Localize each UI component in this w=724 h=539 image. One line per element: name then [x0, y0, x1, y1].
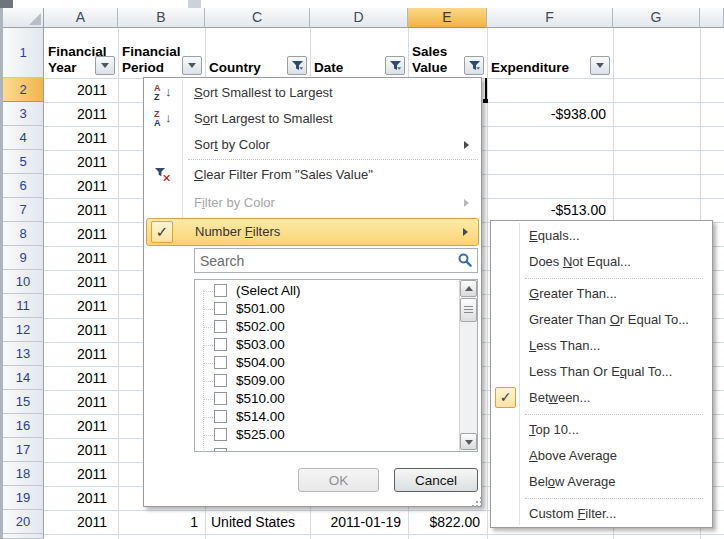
row-header-4[interactable]: 4: [3, 126, 44, 150]
menu-item-clear-filter-from-sales-value[interactable]: ✕Clear Filter From "Sales Value": [146, 162, 479, 188]
cell-D20[interactable]: 2011-01-19: [310, 510, 407, 534]
cancel-button[interactable]: Cancel: [394, 468, 478, 492]
row-header-partial[interactable]: [3, 534, 44, 539]
filter-value-item[interactable]: $503.00: [195, 336, 455, 354]
row-header-14[interactable]: 14: [3, 366, 44, 390]
row-header-20[interactable]: 20: [3, 510, 44, 534]
row-header-12[interactable]: 12: [3, 318, 44, 342]
checkbox[interactable]: [214, 374, 227, 387]
submenu-item-less-than-or-equal-to[interactable]: Less Than Or Equal To...: [493, 359, 710, 385]
column-header-G[interactable]: G: [613, 8, 700, 28]
cell-B20[interactable]: 1: [118, 510, 204, 534]
checkbox[interactable]: [214, 392, 227, 405]
row-header-13[interactable]: 13: [3, 342, 44, 366]
row-header-17[interactable]: 17: [3, 438, 44, 462]
row-header-15[interactable]: 15: [3, 390, 44, 414]
checkbox[interactable]: [214, 302, 227, 315]
submenu-item-above-average[interactable]: Above Average: [493, 443, 710, 469]
active-cell-fill-handle[interactable]: [483, 99, 488, 103]
menu-item-number-filters[interactable]: ✓Number Filters: [146, 218, 479, 246]
cell-C20[interactable]: United States: [205, 510, 309, 534]
row-header-6[interactable]: 6: [3, 174, 44, 198]
cell-F3[interactable]: -$938.00: [487, 102, 612, 126]
cell-A14[interactable]: 2011: [44, 366, 117, 390]
cell-A17[interactable]: 2011: [44, 438, 117, 462]
checkbox[interactable]: [214, 320, 227, 333]
filter-value-item[interactable]: $502.00: [195, 318, 455, 336]
row-header-11[interactable]: 11: [3, 294, 44, 318]
row-header-8[interactable]: 8: [3, 222, 44, 246]
menu-item-sort-by-color[interactable]: Sort by Color: [146, 132, 479, 158]
cell-A18[interactable]: 2011: [44, 462, 117, 486]
submenu-item-less-than[interactable]: Less Than...: [493, 333, 710, 359]
checkbox[interactable]: [214, 410, 227, 423]
filter-value-item[interactable]: $509.00: [195, 372, 455, 390]
checkbox[interactable]: [214, 338, 227, 351]
filter-dropdown-button-A[interactable]: [95, 56, 115, 75]
cell-A16[interactable]: 2011: [44, 414, 117, 438]
column-header-partial[interactable]: [700, 8, 724, 28]
filter-value-item[interactable]: $504.00: [195, 354, 455, 372]
cell-A9[interactable]: 2011: [44, 246, 117, 270]
row-header-5[interactable]: 5: [3, 150, 44, 174]
row-header-9[interactable]: 9: [3, 246, 44, 270]
column-header-C[interactable]: C: [205, 8, 310, 28]
filter-value-item[interactable]: $525.00: [195, 426, 455, 444]
cell-A3[interactable]: 2011: [44, 102, 117, 126]
search-icon[interactable]: [458, 253, 472, 267]
scroll-up-button[interactable]: [460, 280, 477, 297]
cell-A10[interactable]: 2011: [44, 270, 117, 294]
column-header-A[interactable]: A: [44, 8, 118, 28]
filter-applied-button-C[interactable]: [287, 56, 307, 75]
submenu-item-top-10[interactable]: Top 10...: [493, 417, 710, 443]
menu-item-sort-smallest-to-largest[interactable]: AZ↓Sort Smallest to Largest: [146, 80, 479, 106]
cell-F7[interactable]: -$513.00: [487, 198, 612, 222]
search-input[interactable]: [194, 248, 478, 273]
filter-dropdown-button-B[interactable]: [182, 56, 202, 75]
cell-A20[interactable]: 2011: [44, 510, 117, 534]
row-header-16[interactable]: 16: [3, 414, 44, 438]
row-header-3[interactable]: 3: [3, 102, 44, 126]
cell-A11[interactable]: 2011: [44, 294, 117, 318]
column-header-E[interactable]: E: [408, 8, 487, 28]
cell-A12[interactable]: 2011: [44, 318, 117, 342]
cell-A15[interactable]: 2011: [44, 390, 117, 414]
column-header-F[interactable]: F: [487, 8, 613, 28]
cell-A4[interactable]: 2011: [44, 126, 117, 150]
cell-A8[interactable]: 2011: [44, 222, 117, 246]
filter-applied-button-D[interactable]: [385, 56, 405, 75]
list-scrollbar[interactable]: [459, 280, 477, 451]
submenu-item-between[interactable]: ✓Between...: [493, 385, 710, 411]
filter-value-item-partial[interactable]: [195, 446, 455, 452]
cell-A13[interactable]: 2011: [44, 342, 117, 366]
filter-applied-button-E[interactable]: [464, 56, 484, 75]
cell-A5[interactable]: 2011: [44, 150, 117, 174]
scroll-down-button[interactable]: [460, 433, 477, 450]
filter-value-item[interactable]: $501.00: [195, 300, 455, 318]
filter-value-item[interactable]: $510.00: [195, 390, 455, 408]
checkbox[interactable]: [214, 356, 227, 369]
submenu-item-custom-filter[interactable]: Custom Filter...: [493, 501, 710, 527]
scrollbar-thumb[interactable]: [460, 298, 477, 322]
panel-resize-grip[interactable]: [476, 501, 478, 503]
column-header-D[interactable]: D: [310, 8, 408, 28]
ok-button[interactable]: OK: [298, 468, 379, 492]
checkbox[interactable]: [214, 284, 227, 297]
row-header-2[interactable]: 2: [3, 78, 44, 102]
cell-A6[interactable]: 2011: [44, 174, 117, 198]
filter-value-item[interactable]: $514.00: [195, 408, 455, 426]
row-header-18[interactable]: 18: [3, 462, 44, 486]
cell-E20[interactable]: $822.00: [408, 510, 486, 534]
cell-A2[interactable]: 2011: [44, 78, 117, 102]
submenu-item-does-not-equal[interactable]: Does Not Equal...: [493, 249, 710, 275]
row-header-1[interactable]: 1: [3, 28, 44, 78]
row-header-7[interactable]: 7: [3, 198, 44, 222]
cell-A19[interactable]: 2011: [44, 486, 117, 510]
row-header-19[interactable]: 19: [3, 486, 44, 510]
submenu-item-equals[interactable]: Equals...: [493, 223, 710, 249]
submenu-item-greater-than-or-equal-to[interactable]: Greater Than Or Equal To...: [493, 307, 710, 333]
menu-item-filter-by-color[interactable]: Filter by Color: [146, 190, 479, 216]
row-header-10[interactable]: 10: [3, 270, 44, 294]
filter-value-item[interactable]: (Select All): [195, 282, 455, 300]
submenu-item-below-average[interactable]: Below Average: [493, 469, 710, 495]
